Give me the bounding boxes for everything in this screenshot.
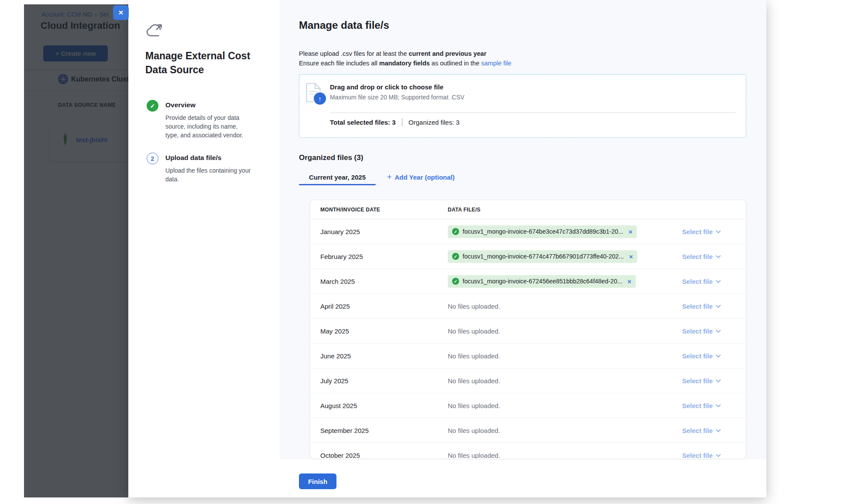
file-table-body: January 2025 ✓ focusv1_mongo-invoice-674… [310,219,746,459]
month-cell: April 2025 [310,303,438,310]
step-overview-description: Provide details of your data source, inc… [165,113,251,140]
select-file-label: Select file [682,352,713,360]
tab-current-year[interactable]: Current year, 2025 [299,169,376,185]
chevron-down-icon [716,454,721,457]
select-file-label: Select file [682,278,713,285]
select-file-label: Select file [682,253,713,260]
table-row: May 2025 No files uploaded. Select file [310,319,746,344]
manage-data-source-drawer: Manage External Cost Data Source ✓ Overv… [128,0,766,497]
finish-button[interactable]: Finish [299,473,336,489]
table-row: August 2025 No files uploaded. Select fi… [310,393,746,418]
chevron-down-icon [716,305,721,308]
month-cell: September 2025 [310,427,438,434]
cloud-export-icon [146,23,164,40]
remove-file-icon[interactable]: × [628,278,631,285]
remove-file-icon[interactable]: × [629,253,633,260]
table-row: March 2025 ✓ focusv1_mongo-invoice-67245… [310,269,746,294]
total-selected-files: Total selected files: 3 [330,119,396,126]
no-files-text: No files uploaded. [448,402,500,409]
step-overview-label[interactable]: Overview [165,101,196,109]
month-cell: July 2025 [310,377,438,385]
plus-icon: + [387,173,392,182]
select-file-dropdown[interactable]: Select file [682,303,721,310]
divider [330,112,735,113]
step-upload-label[interactable]: Upload data file/s [165,154,221,162]
month-cell: February 2025 [310,253,438,260]
chevron-down-icon [716,429,721,432]
select-file-dropdown[interactable]: Select file [682,452,721,459]
column-header-month: MONTH/INVOICE DATE [310,207,438,213]
table-row: September 2025 No files uploaded. Select… [310,418,746,443]
step-number-badge: 2 [147,153,158,164]
select-file-dropdown[interactable]: Select file [682,228,721,235]
select-file-dropdown[interactable]: Select file [682,278,721,285]
file-count-summary: Total selected files: 3 Organized files:… [330,118,460,126]
select-file-label: Select file [682,427,713,434]
column-header-data-files: DATA FILE/S [438,207,660,213]
background-page: Account: CCM-NG›Set Cloud Integration + … [24,4,130,497]
monthly-files-table: MONTH/INVOICE DATE DATA FILE/S January 2… [310,200,746,459]
divider [402,118,403,126]
select-file-label: Select file [682,228,713,235]
upload-panel: Manage data file/s Please upload .csv fi… [279,0,766,459]
file-success-check-icon: ✓ [452,278,459,285]
remove-file-icon[interactable]: × [628,228,632,235]
organized-files-heading: Organized files (3) [299,153,363,162]
dropzone-subtitle: Maximum file size 20 MB; Supported forma… [330,94,464,101]
no-files-text: No files uploaded. [448,327,500,335]
month-cell: March 2025 [310,278,438,285]
table-row: June 2025 No files uploaded. Select file [310,344,746,368]
organized-files-count: Organized files: 3 [408,119,460,126]
select-file-dropdown[interactable]: Select file [682,327,721,335]
file-chip-name: focusv1_mongo-invoice-6774c477b667901d77… [463,253,624,260]
select-file-dropdown[interactable]: Select file [682,352,721,360]
no-files-text: No files uploaded. [448,452,500,459]
select-file-label: Select file [682,327,713,335]
upload-arrow-icon: ↑ [313,92,327,106]
table-row: October 2025 No files uploaded. Select f… [310,443,746,459]
step-complete-check-icon: ✓ [147,100,158,112]
file-success-check-icon: ✓ [452,228,459,235]
modal-overlay [24,4,130,497]
table-row: January 2025 ✓ focusv1_mongo-invoice-674… [310,219,746,244]
select-file-dropdown[interactable]: Select file [682,253,721,260]
file-success-check-icon: ✓ [452,253,459,260]
chevron-down-icon [716,280,721,283]
dropzone-title: Drag and drop or click to choose file [330,83,443,91]
panel-heading: Manage data file/s [299,19,389,31]
upload-instructions: Please upload .csv files for at least th… [299,49,511,68]
chevron-down-icon [716,404,721,408]
select-file-dropdown[interactable]: Select file [682,377,721,385]
no-files-text: No files uploaded. [448,427,500,434]
file-dropzone[interactable]: ↑ Drag and drop or click to choose file … [299,74,746,138]
chevron-down-icon [716,330,721,333]
file-chip: ✓ focusv1_mongo-invoice-674be3ce47c73d37… [448,225,637,238]
month-cell: August 2025 [310,402,438,409]
select-file-label: Select file [682,377,713,385]
file-chip: ✓ focusv1_mongo-invoice-6774c477b667901d… [448,250,637,263]
chevron-down-icon [716,354,721,358]
month-cell: January 2025 [310,228,438,235]
chevron-down-icon [716,230,721,234]
table-row: April 2025 No files uploaded. Select fil… [310,294,746,319]
table-header-row: MONTH/INVOICE DATE DATA FILE/S [310,200,746,219]
select-file-label: Select file [682,303,713,310]
month-cell: June 2025 [310,352,438,360]
month-cell: October 2025 [310,452,438,459]
table-row: February 2025 ✓ focusv1_mongo-invoice-67… [310,244,746,269]
no-files-text: No files uploaded. [448,352,500,360]
drawer-title: Manage External Cost Data Source [145,49,252,77]
select-file-label: Select file [682,402,713,409]
month-cell: May 2025 [310,327,438,335]
chevron-down-icon [716,255,721,259]
sample-file-link[interactable]: sample file [481,60,511,67]
step-upload-description: Upload the files containing your data. [165,166,255,184]
no-files-text: No files uploaded. [448,377,500,385]
chevron-down-icon [716,379,721,383]
add-year-button[interactable]: +Add Year (optional) [387,173,455,182]
file-chip-name: focusv1_mongo-invoice-674be3ce47c73d37dd… [463,228,623,235]
screen: Account: CCM-NG›Set Cloud Integration + … [0,0,844,504]
select-file-dropdown[interactable]: Select file [682,402,721,409]
select-file-dropdown[interactable]: Select file [682,427,721,434]
close-icon[interactable]: × [113,5,129,20]
